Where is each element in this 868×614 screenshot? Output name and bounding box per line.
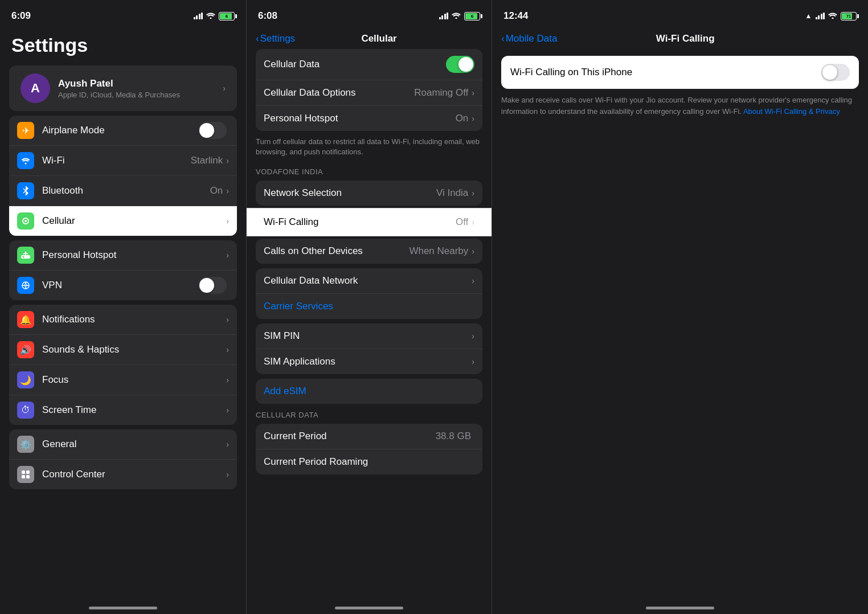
svg-point-3	[24, 220, 27, 222]
settings-row-notifications[interactable]: 🔔 Notifications ›	[9, 305, 237, 335]
settings-row-wifi[interactable]: Wi-Fi Starlink ›	[9, 146, 237, 176]
cellular-data-options-row[interactable]: Cellular Data Options Roaming Off ›	[256, 80, 482, 106]
svg-line-0	[23, 189, 26, 191]
vpn-toggle[interactable]	[198, 277, 227, 294]
cellular-icon	[17, 212, 34, 230]
sounds-icon: 🔊	[17, 341, 34, 358]
network-selection-label: Network Selection	[264, 187, 436, 199]
notifications-icon: 🔔	[17, 311, 34, 328]
wifi-chevron: ›	[226, 156, 229, 165]
settings-group-connections: Personal Hotspot › VPN	[9, 240, 237, 300]
avatar: A	[21, 73, 50, 103]
current-period-roaming-row[interactable]: Current Period Roaming	[256, 449, 482, 474]
status-bar-3: 12:44 ▲ 71	[492, 0, 868, 28]
settings-group-general: ⚙️ General › Control Center ›	[9, 429, 237, 489]
wifi-calling-nav: ‹ Mobile Data Wi-Fi Calling	[492, 28, 868, 47]
personal-hotspot-row[interactable]: Personal Hotspot On ›	[256, 106, 482, 131]
hotspot-chevron: ›	[226, 251, 229, 260]
wifi-calling-on-iphone-label: Wi-Fi Calling on This iPhone	[510, 67, 821, 78]
svg-line-1	[23, 191, 26, 193]
cellular-data-row[interactable]: Cellular Data	[256, 49, 482, 80]
wifi-status-icon-2	[452, 12, 461, 21]
svg-point-6	[23, 256, 24, 258]
airplane-toggle[interactable]	[198, 122, 227, 139]
location-icon: ▲	[805, 12, 812, 20]
current-period-roaming-label: Current Period Roaming	[264, 456, 474, 468]
cellular-data-toggle[interactable]	[446, 56, 474, 73]
data-network-group: Cellular Data Network › Carrier Services	[256, 268, 482, 319]
cellular-data-options-value: Roaming Off	[414, 87, 468, 99]
network-selection-chevron: ›	[472, 189, 474, 198]
wifi-calling-row[interactable]: Wi-Fi Calling Off ›	[247, 208, 492, 236]
cellular-data-network-row[interactable]: Cellular Data Network ›	[256, 268, 482, 294]
calls-other-devices-chevron: ›	[472, 247, 474, 256]
current-period-value: 38.8 GB	[436, 431, 471, 442]
settings-row-screentime[interactable]: ⏱ Screen Time ›	[9, 395, 237, 425]
cellular-data-network-label: Cellular Data Network	[264, 275, 472, 286]
bluetooth-value: On	[210, 185, 223, 197]
airplane-label: Airplane Mode	[42, 125, 198, 136]
settings-title: Settings	[0, 28, 246, 66]
hotspot-label: Personal Hotspot	[42, 249, 226, 261]
personal-hotspot-chevron: ›	[472, 114, 474, 123]
calls-other-devices-row[interactable]: Calls on Other Devices When Nearby ›	[256, 239, 482, 264]
wifi-calling-card-row[interactable]: Wi-Fi Calling on This iPhone	[501, 56, 859, 89]
svg-rect-13	[22, 475, 25, 478]
control-center-label: Control Center	[42, 469, 226, 480]
calls-other-devices-group: Calls on Other Devices When Nearby ›	[256, 239, 482, 264]
wifi-calling-privacy-link[interactable]: About Wi-Fi Calling & Privacy	[743, 107, 840, 116]
current-period-label: Current Period	[264, 431, 436, 442]
settings-row-vpn[interactable]: VPN	[9, 271, 237, 300]
settings-row-general[interactable]: ⚙️ General ›	[9, 429, 237, 460]
calls-other-devices-label: Calls on Other Devices	[264, 245, 409, 257]
home-indicator-2	[335, 607, 403, 609]
control-center-chevron: ›	[226, 470, 229, 479]
network-selection-row[interactable]: Network Selection Vi India ›	[256, 181, 482, 206]
cellular-top-group: Cellular Data Cellular Data Options Roam…	[256, 49, 482, 131]
wifi-calling-back-button[interactable]: ‹ Mobile Data	[501, 33, 557, 44]
battery-icon-2: 6	[464, 12, 480, 21]
settings-row-control[interactable]: Control Center ›	[9, 460, 237, 489]
signal-icon-2	[439, 13, 449, 19]
add-esim-row[interactable]: Add eSIM	[256, 379, 482, 404]
panel-settings: 6:09 6 Settings A	[0, 0, 246, 614]
wifi-calling-on-iphone-toggle[interactable]	[821, 64, 850, 81]
home-indicator-1	[89, 607, 157, 609]
general-icon: ⚙️	[17, 436, 34, 453]
signal-icon-3	[816, 13, 825, 19]
cellular-data-label: Cellular Data	[264, 59, 446, 70]
notifications-label: Notifications	[42, 314, 226, 325]
settings-row-cellular[interactable]: Cellular ›	[9, 206, 237, 236]
current-period-row[interactable]: Current Period 38.8 GB	[256, 424, 482, 449]
status-time-2: 6:08	[258, 10, 277, 22]
settings-row-hotspot[interactable]: Personal Hotspot ›	[9, 240, 237, 271]
profile-row[interactable]: A Ayush Patel Apple ID, iCloud, Media & …	[9, 66, 237, 111]
settings-row-bluetooth[interactable]: Bluetooth On ›	[9, 176, 237, 206]
cellular-data-options-chevron: ›	[472, 88, 474, 97]
sim-applications-label: SIM Applications	[264, 356, 472, 367]
cellular-description: Turn off cellular data to restrict all d…	[247, 133, 492, 163]
battery-icon-3: 71	[841, 12, 857, 21]
status-icons-3: ▲ 71	[805, 12, 857, 21]
status-bar-2: 6:08 6	[247, 0, 492, 28]
cellular-back-button[interactable]: ‹ Settings	[256, 33, 295, 44]
settings-row-focus[interactable]: 🌙 Focus ›	[9, 365, 237, 395]
focus-icon: 🌙	[17, 371, 34, 388]
signal-icon-1	[194, 13, 203, 19]
control-center-icon	[17, 466, 34, 483]
sim-pin-row[interactable]: SIM PIN ›	[256, 324, 482, 349]
wifi-value: Starlink	[191, 155, 223, 166]
panel-cellular: 6:08 6 ‹ Settings	[246, 0, 492, 614]
hotspot-icon	[17, 247, 34, 264]
screentime-label: Screen Time	[42, 404, 226, 416]
wifi-label: Wi-Fi	[42, 155, 191, 166]
wifi-calling-title: Wi-Fi Calling	[557, 33, 813, 44]
settings-row-sounds[interactable]: 🔊 Sounds & Haptics ›	[9, 335, 237, 365]
carrier-services-row[interactable]: Carrier Services	[256, 294, 482, 319]
status-time-3: 12:44	[503, 10, 528, 22]
settings-row-airplane[interactable]: ✈ Airplane Mode	[9, 116, 237, 146]
general-label: General	[42, 439, 226, 450]
bluetooth-icon	[17, 182, 34, 199]
sim-applications-row[interactable]: SIM Applications ›	[256, 349, 482, 374]
wifi-status-icon-1	[206, 12, 215, 21]
